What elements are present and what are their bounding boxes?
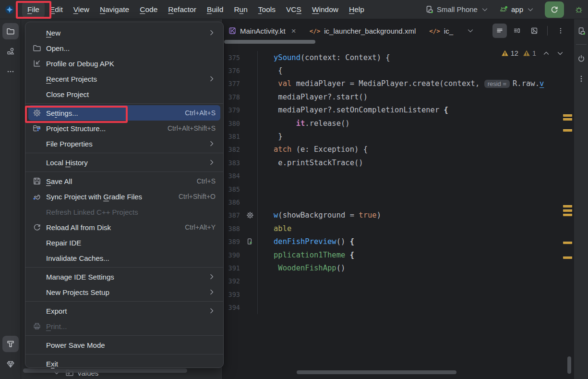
- menubar: FileEditViewNavigateCodeRefactorBuildRun…: [22, 0, 370, 19]
- menu-item-label: Power Save Mode: [46, 341, 216, 349]
- menu-item-label: Project Structure...: [46, 124, 153, 133]
- code-line[interactable]: 388able: [222, 222, 560, 235]
- shapes-icon: [6, 47, 15, 56]
- menubar-item-tools[interactable]: Tools: [253, 2, 281, 17]
- editor-hscrollbar[interactable]: [297, 370, 456, 374]
- code-text: mediaPlayer?.start(): [257, 90, 560, 103]
- project-tool-window-button[interactable]: [2, 23, 19, 39]
- android-app-icon: [499, 5, 508, 14]
- code-line[interactable]: 384: [222, 170, 560, 183]
- code-line[interactable]: 385: [222, 183, 560, 196]
- code-view-button[interactable]: [492, 24, 507, 38]
- warning-stripe-mark[interactable]: [563, 205, 572, 208]
- code-line[interactable]: 376 {: [222, 64, 560, 77]
- code-line[interactable]: 380 it.release(): [222, 117, 560, 130]
- power-button-button[interactable]: [573, 50, 588, 67]
- code-line[interactable]: 386: [222, 196, 560, 208]
- annotation-box-file-menu: [16, 1, 51, 19]
- menu-item-recent-projects[interactable]: Recent Projects: [28, 71, 220, 86]
- editor-tab-ic[interactable]: </>ic_: [422, 19, 460, 42]
- code-editor[interactable]: 375ySound(context: Context) {376 {377 va…: [222, 42, 560, 314]
- menu-item-export[interactable]: Export: [28, 303, 220, 318]
- split-view-button[interactable]: [510, 24, 524, 38]
- resource-manager-button[interactable]: [2, 43, 19, 60]
- tab-label: ic_: [444, 27, 453, 35]
- warning-stripe-mark[interactable]: [563, 118, 572, 121]
- menu-item-close-project[interactable]: Close Project: [28, 86, 220, 102]
- inspections-widget[interactable]: 12 1: [499, 48, 566, 59]
- code-line[interactable]: 387w(showBackground = true): [222, 209, 560, 222]
- menu-item-label: Save All: [46, 177, 182, 185]
- design-view-button[interactable]: [527, 24, 541, 38]
- menu-item-reload-all-from-disk[interactable]: Reload All from DiskCtrl+Alt+Y: [28, 220, 220, 235]
- line-number: 375: [222, 54, 243, 61]
- right-sidebar-top: [573, 19, 588, 39]
- code-text: [257, 170, 560, 183]
- code-line[interactable]: 390pplication1Theme {: [222, 248, 560, 261]
- code-line[interactable]: 377 val mediaPlayer = MediaPlayer.create…: [222, 77, 560, 90]
- menu-item-power-save-mode[interactable]: Power Save Mode: [28, 337, 220, 353]
- code-line[interactable]: 382atch (e: Exception) {: [222, 143, 560, 156]
- code-line[interactable]: 394: [222, 301, 560, 314]
- app-quality-insights-button[interactable]: [2, 356, 19, 372]
- warning-stripe-mark[interactable]: [563, 129, 572, 132]
- build-tool-window-button[interactable]: [2, 336, 19, 352]
- rerun-button[interactable]: [545, 1, 564, 18]
- menu-item-local-history[interactable]: Local History: [28, 155, 220, 170]
- warning-stripe-mark[interactable]: [563, 209, 572, 212]
- menu-item-open[interactable]: Open...: [28, 40, 220, 56]
- code-line[interactable]: 379 mediaPlayer?.setOnCompletionListener…: [222, 104, 560, 117]
- menubar-item-code[interactable]: Code: [134, 2, 163, 17]
- menu-separator: [25, 267, 223, 268]
- line-number: 383: [222, 159, 243, 167]
- code-line[interactable]: 392: [222, 275, 560, 288]
- device-manager-button[interactable]: [573, 23, 588, 39]
- menubar-item-run[interactable]: Run: [228, 2, 252, 17]
- device-selector[interactable]: Small Phone: [425, 5, 489, 14]
- warning-stripe-mark[interactable]: [563, 114, 572, 117]
- warning-stripe-mark[interactable]: [563, 257, 572, 259]
- menubar-item-refactor[interactable]: Refactor: [163, 2, 202, 17]
- run-configuration-selector[interactable]: app: [499, 5, 534, 14]
- device-selector-label: Small Phone: [437, 5, 478, 13]
- editor-vscrollbar[interactable]: [567, 356, 571, 374]
- debug-bug-icon[interactable]: [575, 5, 583, 14]
- more-tool-windows-button[interactable]: [2, 63, 19, 80]
- editor-tab-ic-launcher-background-xml[interactable]: </>ic_launcher_background.xml: [303, 19, 423, 42]
- code-line[interactable]: 391 WoodenFishApp(): [222, 261, 560, 274]
- menu-item-invalidate-caches[interactable]: Invalidate Caches...: [28, 250, 220, 266]
- code-line[interactable]: 378 mediaPlayer?.start(): [222, 90, 560, 103]
- menubar-item-build[interactable]: Build: [202, 2, 228, 17]
- menu-item-new-projects-setup[interactable]: New Projects Setup: [28, 284, 220, 300]
- menu-item-manage-ide-settings[interactable]: Manage IDE Settings: [28, 269, 220, 284]
- power-icon: [577, 54, 586, 63]
- menubar-item-window[interactable]: Window: [307, 2, 344, 17]
- menu-item-file-properties[interactable]: File Properties: [28, 136, 220, 151]
- menubar-item-view[interactable]: View: [68, 2, 95, 17]
- menu-item-profile-or-debug-apk[interactable]: Profile or Debug APK: [28, 56, 220, 71]
- line-number: 394: [222, 304, 243, 311]
- warning-stripe-mark[interactable]: [563, 242, 572, 244]
- tab-list-chevron-icon[interactable]: [467, 27, 474, 35]
- menu-separator: [25, 103, 223, 104]
- line-number: 382: [222, 146, 243, 153]
- menu-item-repair-ide[interactable]: Repair IDE: [28, 235, 220, 250]
- code-line[interactable]: 389denFishPreview() {: [222, 235, 560, 248]
- close-icon[interactable]: ×: [291, 27, 296, 35]
- refresh-icon: [32, 223, 42, 232]
- code-line[interactable]: 381 }: [222, 130, 560, 143]
- warning-count-label: 12: [511, 49, 518, 57]
- warning-stripe-mark[interactable]: [563, 214, 572, 216]
- menu-item-new[interactable]: New: [28, 25, 220, 40]
- menubar-item-help[interactable]: Help: [344, 2, 370, 17]
- editor-tab-mainactivity-kt[interactable]: MainActivity.kt×: [222, 19, 303, 42]
- menu-item-exit[interactable]: Exit: [28, 356, 220, 371]
- menu-item-save-all[interactable]: Save AllCtrl+S: [28, 173, 220, 189]
- code-line[interactable]: 393: [222, 288, 560, 301]
- menubar-item-vcs[interactable]: VCS: [281, 2, 307, 17]
- prev-warning-chevron-up-icon[interactable]: [542, 49, 550, 57]
- more-options-button[interactable]: [573, 71, 588, 87]
- code-line[interactable]: 383 e.printStackTrace(): [222, 156, 560, 169]
- menubar-item-navigate[interactable]: Navigate: [95, 2, 134, 17]
- menu-item-sync-project-with-gradle-files[interactable]: Sync Project with Gradle FilesCtrl+Shift…: [28, 189, 220, 204]
